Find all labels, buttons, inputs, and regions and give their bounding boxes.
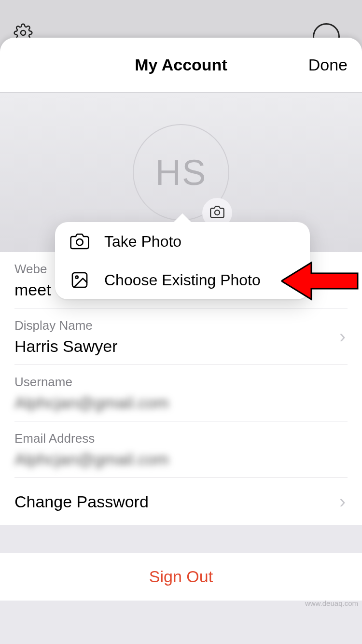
- choose-existing-photo-item[interactable]: Choose Existing Photo: [55, 261, 310, 299]
- field-value: Alphcjan@gmail.com: [14, 450, 348, 469]
- svg-point-2: [76, 239, 83, 245]
- done-button[interactable]: Done: [308, 56, 348, 74]
- svg-point-1: [215, 210, 220, 215]
- take-photo-item[interactable]: Take Photo: [55, 222, 310, 261]
- chevron-right-icon: ›: [339, 326, 346, 347]
- section-gap: [0, 525, 362, 553]
- field-value: Change Password: [14, 488, 348, 516]
- sign-out-button[interactable]: Sign Out: [0, 553, 362, 601]
- email-row: Email Address Alphcjan@gmail.com: [14, 421, 348, 478]
- account-sheet: My Account Done HS Webe meet ›: [0, 38, 362, 644]
- photo-picker-popover: Take Photo Choose Existing Photo: [55, 222, 310, 299]
- popover-item-label: Take Photo: [104, 233, 181, 251]
- sign-out-label: Sign Out: [149, 567, 213, 586]
- annotation-arrow-icon: [281, 260, 359, 304]
- watermark: www.deuaq.com: [305, 599, 358, 607]
- camera-icon: [210, 205, 224, 221]
- username-row: Username Alphcjan@gmail.com: [14, 365, 348, 421]
- popover-item-label: Choose Existing Photo: [104, 271, 261, 289]
- chevron-right-icon: ›: [339, 491, 346, 512]
- background-statusbar: [0, 0, 362, 43]
- field-value: Alphcjan@gmail.com: [14, 393, 348, 412]
- svg-point-0: [21, 30, 26, 35]
- display-name-row[interactable]: Display Name Harris Sawyer ›: [14, 308, 348, 365]
- svg-marker-5: [281, 263, 358, 299]
- camera-icon: [68, 232, 92, 251]
- field-value: Harris Sawyer: [14, 337, 348, 356]
- svg-point-4: [76, 276, 78, 279]
- nav-bar: My Account Done: [0, 38, 362, 93]
- field-label: Email Address: [14, 431, 348, 446]
- avatar-initials: HS: [155, 152, 207, 193]
- field-label: Username: [14, 375, 348, 390]
- image-icon: [68, 270, 92, 290]
- page-title: My Account: [135, 56, 227, 74]
- field-label: Display Name: [14, 318, 348, 333]
- change-password-row[interactable]: Change Password ›: [14, 478, 348, 525]
